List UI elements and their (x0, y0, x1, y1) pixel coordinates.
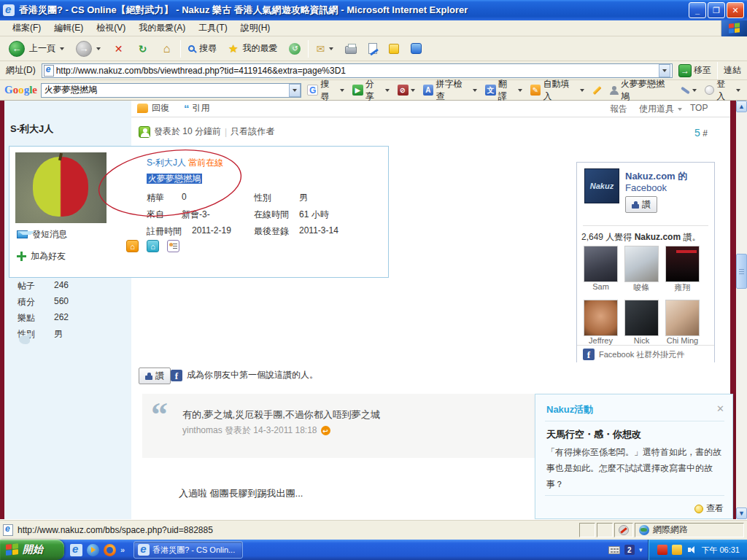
goto-quoted-post-icon[interactable]: ↩ (321, 426, 330, 435)
firefox-icon[interactable] (104, 544, 116, 556)
quote-button[interactable]: “ 引用 (184, 102, 210, 114)
card-alias-row: 火夢夢戀撚鳩 (147, 173, 202, 185)
ime-icon[interactable]: 2 (624, 545, 635, 555)
back-button[interactable]: ← 上一頁 (4, 41, 69, 57)
facebook-plugin-label[interactable]: Facebook 社群外掛元件 (599, 349, 684, 360)
menu-edit[interactable]: 編輯(E) (47, 20, 90, 36)
google-search-button[interactable]: G 搜尋 (305, 77, 347, 104)
messenger-icon (411, 43, 422, 54)
facebook-page-type[interactable]: Facebook (625, 182, 667, 193)
google-account-button[interactable]: 火夢夢戀撚鳩 (608, 77, 675, 104)
ie-quicklaunch-icon[interactable] (70, 544, 82, 556)
homepage-icon[interactable]: ⌂ (126, 240, 139, 252)
forward-dropdown-icon[interactable] (96, 47, 101, 50)
only-author-link[interactable]: 只看該作者 (231, 125, 274, 138)
google-signin-button[interactable]: 登入 (703, 77, 743, 104)
space-icon[interactable]: ⌂ (147, 240, 159, 252)
facebook-person[interactable]: Chi Ming (665, 300, 700, 345)
menu-view[interactable]: 檢視(V) (90, 20, 132, 36)
standard-toolbar: ← 上一頁 → ✕ ↻ ⌂ 搜尋 ★ 我的最愛 ↺ ✉ (0, 36, 747, 61)
tray-red-app-icon[interactable] (657, 545, 667, 555)
vertical-scrollbar[interactable]: ▲ ▼ (736, 101, 747, 519)
volume-icon[interactable] (686, 545, 697, 555)
window-title: 香港災團? - CS Online【絕對武力】 - Nakuz 樂古 香港人氣網… (19, 4, 687, 17)
print-button[interactable] (341, 43, 361, 54)
popup-close-icon[interactable]: ✕ (716, 403, 724, 414)
quicklaunch-overflow-chevron[interactable]: » (120, 545, 125, 554)
favorites-button[interactable]: ★ 我的最愛 (224, 42, 282, 55)
discuss-button[interactable] (384, 44, 403, 54)
close-button[interactable]: ✕ (727, 2, 744, 18)
sidebar-username[interactable]: S-利大J人 (10, 122, 53, 136)
restore-button[interactable]: ❐ (708, 2, 725, 18)
post-time: 發表於 10 分鐘前 (154, 125, 221, 138)
language-bar-chevron[interactable]: ▾ (639, 546, 643, 553)
scroll-up-button[interactable]: ▲ (736, 101, 747, 112)
system-tray: 下午 06:31 (648, 540, 747, 560)
address-input[interactable] (56, 65, 657, 77)
menu-file[interactable]: 檔案(F) (6, 20, 47, 36)
mail-dropdown-icon[interactable] (329, 47, 333, 50)
add-friend-link[interactable]: 加為好友 (17, 250, 66, 262)
spellcheck-button[interactable]: A 拼字檢查 (421, 77, 479, 104)
menu-bar: 檔案(F) 編輯(E) 檢視(V) 我的最愛(A) 工具(T) 說明(H) (0, 20, 747, 36)
links-label[interactable]: 連結 (721, 64, 744, 77)
history-button[interactable]: ↺ (285, 43, 305, 55)
stop-button[interactable]: ✕ (108, 42, 129, 55)
use-tools-link[interactable]: 使用道具 (639, 103, 682, 115)
card-username-link[interactable]: S-利大J人 (147, 158, 186, 168)
edit-button[interactable] (364, 43, 382, 54)
keyboard-icon[interactable] (608, 546, 620, 554)
menu-help[interactable]: 說明(H) (234, 20, 277, 36)
facebook-person[interactable]: Nick (624, 300, 659, 345)
scroll-down-button[interactable]: ▼ (736, 508, 747, 519)
profile-card-icon[interactable] (167, 240, 179, 252)
media-player-icon[interactable] (87, 544, 99, 556)
google-settings-button[interactable] (678, 88, 699, 93)
highlighter-button[interactable] (590, 88, 604, 93)
translate-button[interactable]: 文 翻譯 (483, 77, 525, 104)
popup-view-link[interactable]: 查看 (694, 502, 724, 515)
start-button[interactable]: 開始 (0, 540, 64, 560)
tray-yellow-app-icon[interactable] (672, 545, 682, 555)
send-message-link[interactable]: 發短消息 (17, 228, 67, 241)
autofill-button[interactable]: ✎ 自動填入 (528, 77, 587, 104)
reply-button[interactable]: 回復 (137, 102, 169, 114)
popup-body: 「有得揀你至係老闆。」選特首如此，書的故事也是如此。怎麼不試試選擇改寫書中的故事… (546, 444, 724, 492)
search-button[interactable]: 搜尋 (184, 42, 221, 55)
facebook-person[interactable]: Sam (584, 246, 618, 293)
facebook-page-name[interactable]: Nakuz.com 的 (625, 170, 687, 183)
refresh-button[interactable]: ↻ (132, 42, 153, 55)
nakuz-logo[interactable]: Nakuz (584, 168, 619, 203)
home-button[interactable]: ⌂ (156, 42, 177, 55)
post-like-button[interactable]: 讚 (139, 368, 171, 384)
top-link[interactable]: TOP (690, 103, 708, 113)
facebook-person[interactable]: Jeffrey (584, 300, 618, 345)
windows-brand-logo (721, 20, 747, 36)
report-link[interactable]: 報告 (610, 103, 627, 115)
scroll-thumb[interactable] (736, 254, 747, 289)
google-share-button[interactable]: ▶ 分享 (350, 77, 392, 104)
facebook-person[interactable]: 唆條 (624, 246, 659, 293)
pigeon-icon[interactable] (19, 335, 30, 344)
go-button[interactable]: → 移至 (676, 64, 714, 77)
google-search-input[interactable] (42, 85, 289, 96)
avatar[interactable] (15, 152, 107, 223)
floor-marker[interactable]: 5 # (694, 127, 708, 139)
messenger-button[interactable] (406, 43, 426, 54)
back-dropdown-icon[interactable] (60, 47, 64, 50)
forward-icon: → (76, 41, 92, 57)
menu-tools[interactable]: 工具(T) (192, 20, 233, 36)
address-dropdown-button[interactable] (659, 64, 670, 77)
clock[interactable]: 下午 06:31 (701, 545, 740, 556)
menu-favorites[interactable]: 我的最愛(A) (132, 20, 192, 36)
forward-button[interactable]: → (71, 41, 105, 57)
mail-button[interactable]: ✉ (311, 43, 338, 55)
popup-blocker-button[interactable]: ⊘ (395, 83, 417, 97)
facebook-like-button[interactable]: 讚 (625, 196, 657, 213)
taskbar-task-button[interactable]: 香港災團? - CS Onlin... (133, 541, 243, 559)
google-search-dropdown[interactable] (289, 84, 301, 97)
facebook-person[interactable]: 雍翔 (665, 246, 700, 293)
alias-selected-text[interactable]: 火夢夢戀撚鳩 (147, 174, 202, 184)
minimize-button[interactable]: _ (689, 2, 706, 18)
